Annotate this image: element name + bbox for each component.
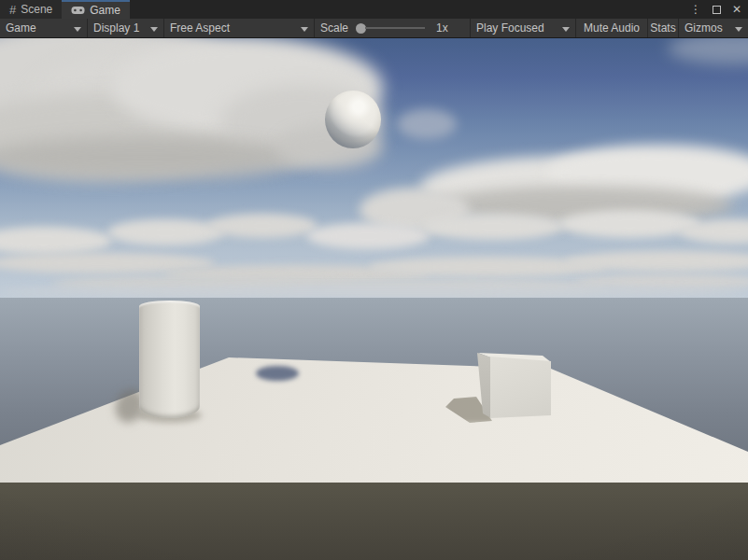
stats-label: Stats bbox=[650, 21, 675, 35]
ground bbox=[0, 483, 748, 560]
scale-slider-group: Scale 1x bbox=[315, 19, 471, 37]
tab-scene-label: Scene bbox=[21, 3, 52, 16]
cylinder bbox=[139, 301, 200, 418]
chevron-down-icon bbox=[150, 27, 158, 32]
tab-game[interactable]: Game bbox=[62, 0, 130, 19]
stats-button[interactable]: Stats bbox=[648, 19, 679, 37]
cloud bbox=[107, 219, 224, 245]
play-focused-label: Play Focused bbox=[476, 21, 544, 35]
cloud-layer bbox=[0, 38, 748, 298]
tab-game-label: Game bbox=[90, 4, 120, 17]
cloud bbox=[397, 109, 457, 139]
chevron-down-icon bbox=[74, 27, 81, 32]
tab-scene[interactable]: # Scene bbox=[0, 0, 62, 19]
unity-game-window: # Scene Game ⋮ ✕ Game Display 1 bbox=[0, 0, 748, 560]
window-controls: ⋮ ✕ bbox=[688, 0, 744, 19]
cloud bbox=[0, 136, 308, 178]
cloud bbox=[306, 223, 430, 249]
aspect-label: Free Aspect bbox=[170, 21, 230, 35]
display-dropdown[interactable]: Display 1 bbox=[88, 19, 164, 37]
mute-audio-button[interactable]: Mute Audio bbox=[576, 19, 648, 37]
cloud bbox=[558, 210, 700, 238]
mute-audio-label: Mute Audio bbox=[584, 21, 640, 35]
game-viewport[interactable] bbox=[0, 38, 748, 560]
scale-value: 1x bbox=[436, 21, 448, 35]
cloud bbox=[668, 38, 748, 64]
window-menu-icon[interactable]: ⋮ bbox=[688, 2, 703, 17]
chevron-down-icon bbox=[735, 27, 742, 32]
cloud bbox=[422, 214, 564, 240]
cube-front-face bbox=[490, 357, 551, 418]
maximize-icon[interactable] bbox=[709, 2, 724, 17]
aspect-ratio-dropdown[interactable]: Free Aspect bbox=[164, 19, 315, 37]
cloud bbox=[0, 286, 748, 298]
play-focused-dropdown[interactable]: Play Focused bbox=[471, 19, 576, 37]
gizmos-dropdown[interactable]: Gizmos bbox=[679, 19, 748, 37]
sphere bbox=[325, 91, 381, 148]
game-popup-dropdown[interactable]: Game bbox=[0, 19, 88, 37]
gizmos-label: Gizmos bbox=[684, 21, 723, 35]
sphere-shadow bbox=[256, 366, 299, 381]
scale-label: Scale bbox=[320, 21, 348, 35]
chevron-down-icon bbox=[301, 27, 308, 32]
game-popup-label: Game bbox=[6, 21, 36, 35]
grid-icon: # bbox=[9, 4, 16, 16]
tab-bar: # Scene Game ⋮ ✕ bbox=[0, 0, 748, 19]
game-view-toolbar: Game Display 1 Free Aspect Scale 1x Play… bbox=[0, 19, 748, 38]
scale-slider-track[interactable] bbox=[365, 27, 425, 29]
display-label: Display 1 bbox=[93, 21, 139, 35]
close-icon[interactable]: ✕ bbox=[729, 2, 744, 17]
cloud bbox=[0, 227, 112, 255]
gamepad-icon bbox=[71, 6, 85, 15]
chevron-down-icon bbox=[562, 27, 570, 32]
maximize-box bbox=[713, 6, 721, 14]
cloud bbox=[207, 214, 318, 238]
